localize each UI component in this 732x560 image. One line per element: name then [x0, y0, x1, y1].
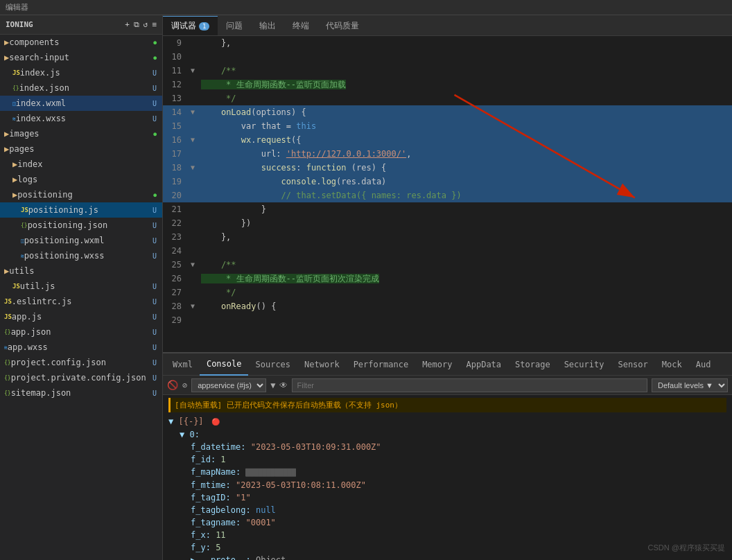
sidebar-item-positioning.js[interactable]: JSpositioning.jsU: [0, 202, 162, 218]
devtools-tab-mock[interactable]: Mock: [655, 353, 689, 376]
tree-label: index.json: [19, 83, 152, 93]
menu-icon[interactable]: ≡: [152, 20, 157, 29]
devtools-tab-label: Aud: [696, 360, 711, 369]
folder-icon: ▶: [4, 37, 9, 47]
tree-label: positioning.wxss: [24, 251, 152, 261]
eye-icon[interactable]: 👁: [279, 380, 288, 390]
sidebar-item-project.private.config.json[interactable]: {}project.private.config.jsonU: [0, 370, 162, 385]
sidebar-item-components[interactable]: ▶components●: [0, 35, 162, 50]
devtools-tab-performance[interactable]: Performance: [347, 353, 415, 376]
sidebar-item-app.js[interactable]: JSapp.jsU: [0, 309, 162, 324]
field-x: f_x: 11: [191, 529, 726, 541]
devtools-tab-console[interactable]: Console: [200, 353, 249, 376]
field-tagbelong: f_tagbelong: null: [191, 504, 726, 516]
code-line-20: 20 // that.setData({ names: res.data }): [163, 189, 732, 202]
devtools-tab-network[interactable]: Network: [297, 353, 347, 376]
line-number: 21: [163, 202, 187, 216]
fold-arrow[interactable]: ▼: [187, 105, 198, 119]
line-number: 22: [163, 216, 187, 230]
sidebar-item-index.json[interactable]: {}index.jsonU: [0, 80, 162, 96]
devtools-tab-storage[interactable]: Storage: [508, 353, 557, 376]
sidebar-item-logs[interactable]: ▶logs: [0, 172, 162, 187]
panel-tab-issues[interactable]: 问题: [218, 16, 251, 35]
code-line-27: 27 */: [163, 286, 732, 299]
line-content: var that = this: [198, 119, 732, 133]
sidebar-item-positioning.json[interactable]: {}positioning.jsonU: [0, 218, 162, 233]
sidebar-item-app.json[interactable]: {}app.jsonU: [0, 324, 162, 340]
console-warning: [自动热重载] 已开启代码文件保存后自动热重载（不支持 json）: [168, 398, 726, 412]
panel-tab-debugger[interactable]: 调试器1: [163, 16, 218, 35]
fold-arrow[interactable]: ▼: [187, 258, 198, 272]
sidebar-item-images[interactable]: ▶images●: [0, 126, 162, 141]
sidebar-item-index[interactable]: ▶index: [0, 157, 162, 172]
sidebar-item-positioning.wxml[interactable]: ◫positioning.wxmlU: [0, 233, 162, 248]
sidebar-item-util.js[interactable]: JSutil.jsU: [0, 279, 162, 294]
js-icon: JS: [21, 207, 28, 213]
tree-label: index.js: [20, 68, 152, 78]
devtools-tab-sensor[interactable]: Sensor: [611, 353, 654, 376]
code-line-10: 10: [163, 50, 732, 64]
panel-tab-output[interactable]: 输出: [251, 16, 284, 35]
devtools-tab-security[interactable]: Security: [557, 353, 611, 376]
sidebar-item-.eslintrc.js[interactable]: JS.eslintrc.jsU: [0, 294, 162, 309]
service-select[interactable]: appservice (#js): [191, 378, 266, 392]
badge-u: U: [152, 85, 157, 92]
sidebar-item-sitemap.json[interactable]: {}sitemap.jsonU: [0, 385, 162, 401]
tree-label: app.js: [12, 312, 152, 322]
field-tagid: f_tagID: "1": [191, 491, 726, 504]
dropdown-icon[interactable]: ▼: [270, 380, 275, 390]
badge-dot: ●: [153, 131, 157, 137]
panel-tab-code-quality[interactable]: 代码质量: [317, 16, 367, 35]
fold-arrow[interactable]: ▼: [187, 64, 198, 78]
line-number: 23: [163, 230, 187, 244]
badge-dot: ●: [153, 55, 157, 61]
sidebar-item-project.config.json[interactable]: {}project.config.jsonU: [0, 355, 162, 370]
folder-icon: ▶: [12, 175, 17, 184]
badge-dot: ●: [153, 40, 157, 46]
field-proto[interactable]: ▶ __proto__: Object: [191, 554, 726, 560]
console-root[interactable]: ▼ [{-}] 🔴: [168, 415, 726, 428]
devtools-tab-sources[interactable]: Sources: [248, 353, 297, 376]
editor-area: 调试器1问题输出终端代码质量 9 },1011▼ /**12 * 生命周期函数-…: [163, 15, 732, 560]
json-icon: {}: [4, 360, 11, 366]
fold-arrow[interactable]: ▼: [187, 133, 198, 147]
level-select[interactable]: Default levels ▼: [652, 378, 728, 392]
devtools-tabs: WxmlConsoleSourcesNetworkPerformanceMemo…: [163, 353, 732, 376]
sidebar-item-index.wxss[interactable]: ≋index.wxssU: [0, 111, 162, 126]
console-expand-0[interactable]: ▼ 0:: [180, 430, 200, 439]
panel-tab-terminal[interactable]: 终端: [284, 16, 317, 35]
devtools-tab-label: Mock: [662, 360, 682, 369]
sidebar-item-utils[interactable]: ▶utils: [0, 263, 162, 279]
sidebar-item-search-input[interactable]: ▶search-input●: [0, 50, 162, 65]
add-icon[interactable]: +: [125, 20, 130, 29]
devtools-tab-appdata[interactable]: AppData: [459, 353, 508, 376]
sidebar-title: IONING: [6, 20, 33, 29]
filter-input[interactable]: [292, 378, 647, 392]
code-line-17: 17 url: 'http://127.0.0.1:3000/',: [163, 147, 732, 161]
sidebar-item-positioning.wxss[interactable]: ≋positioning.wxssU: [0, 248, 162, 263]
sidebar-item-positioning[interactable]: ▶positioning●: [0, 187, 162, 202]
badge-u: U: [152, 237, 157, 245]
sidebar-item-index.wxml[interactable]: ◫index.wxmlU: [0, 96, 162, 111]
copy-icon[interactable]: ⧉: [134, 20, 139, 29]
fold-arrow[interactable]: ▼: [187, 299, 198, 313]
sidebar-item-app.wxss[interactable]: ≋app.wxssU: [0, 340, 162, 355]
stop-icon[interactable]: ⊘: [182, 380, 187, 390]
refresh-icon[interactable]: ↺: [143, 20, 148, 29]
fold-arrow[interactable]: ▼: [187, 161, 198, 175]
tree-label: app.wxss: [8, 342, 152, 352]
sidebar-item-pages[interactable]: ▶pages: [0, 141, 162, 157]
devtools-tab-aud[interactable]: Aud: [689, 353, 718, 376]
badge-u: U: [152, 222, 157, 229]
devtools-tab-label: Sensor: [618, 360, 647, 369]
devtools-tab-memory[interactable]: Memory: [415, 353, 459, 376]
console-fields: f_datetime: "2023-05-03T10:09:31.000Z" f…: [180, 441, 726, 560]
devtools-tab-wxml[interactable]: Wxml: [166, 353, 200, 376]
code-line-29: 29: [163, 313, 732, 327]
sidebar-item-index.js[interactable]: JSindex.jsU: [0, 65, 162, 80]
json-icon: {}: [12, 85, 19, 91]
clear-console-icon[interactable]: 🚫: [167, 380, 178, 390]
line-number: 25: [163, 258, 187, 272]
line-content: * 生命周期函数--监听页面加载: [198, 78, 732, 91]
line-content: success: function (res) {: [198, 161, 732, 175]
